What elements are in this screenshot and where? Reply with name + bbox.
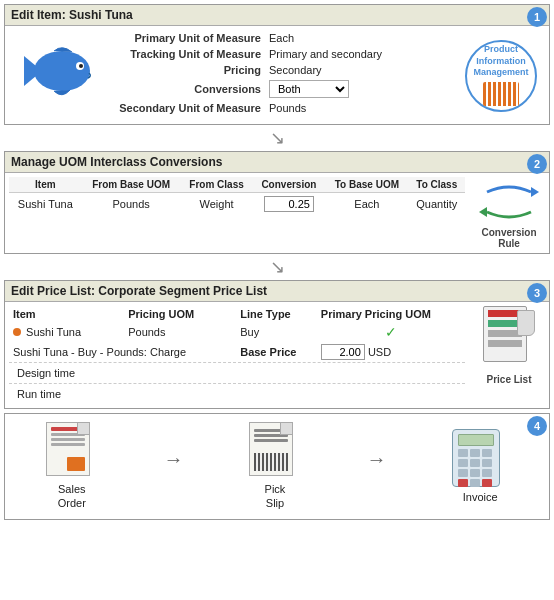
charge-label: Sushi Tuna - Buy - Pounds: Charge <box>9 342 236 362</box>
run-time-row: Run time <box>9 383 465 404</box>
svg-marker-4 <box>531 187 539 197</box>
so-line3 <box>51 438 85 441</box>
orange-dot <box>13 328 21 336</box>
row-item: Sushi Tuna <box>9 193 82 216</box>
conversions-label: Conversions <box>99 83 269 95</box>
conversion-rule-label: Conversion Rule <box>473 227 545 249</box>
pim-label-line1: Product <box>484 44 518 56</box>
price-item-name: Sushi Tuna <box>26 326 81 338</box>
price-list-tag <box>517 310 535 336</box>
section-3-number: 3 <box>527 283 547 303</box>
row-to-class: Quantity <box>409 193 465 216</box>
arrow-1-2: ↘ <box>0 129 554 147</box>
flow-arrow-1: → <box>163 448 183 471</box>
base-price-input[interactable] <box>321 344 365 360</box>
price-col-line-type: Line Type <box>236 306 317 322</box>
pim-label-line3: Management <box>473 67 528 79</box>
pick-barcode <box>254 453 288 471</box>
col-from-class: From Class <box>181 177 253 193</box>
table-row: Sushi Tuna Pounds Weight Each Quantity <box>9 193 465 216</box>
conversion-input[interactable] <box>264 196 314 212</box>
so-orange-block <box>67 457 85 471</box>
invoice-label: Invoice <box>463 491 498 503</box>
price-col-pricing-uom: Pricing UOM <box>124 306 236 322</box>
pick-slip-label: PickSlip <box>265 482 286 511</box>
section-2-number: 2 <box>527 154 547 174</box>
calc-btn-3 <box>482 449 492 457</box>
primary-uom-value: Each <box>269 32 294 44</box>
arrow-2-3: ↘ <box>0 258 554 276</box>
design-time-label: Design time <box>17 367 75 379</box>
pick-slip-icon <box>249 422 301 480</box>
price-row-uom: Pounds <box>124 322 236 342</box>
price-table-area: Item Pricing UOM Line Type Primary Prici… <box>5 302 469 408</box>
so-paper <box>46 422 90 476</box>
calc-btn-8 <box>470 469 480 477</box>
section-3-header: Edit Price List: Corporate Segment Price… <box>5 281 549 302</box>
section-4-body: SalesOrder → PickSlip → <box>5 414 549 519</box>
sales-order-label: SalesOrder <box>58 482 86 511</box>
currency-label: USD <box>368 346 391 358</box>
calc-screen <box>458 434 494 446</box>
section-1-fields: Primary Unit of Measure Each Tracking Un… <box>99 32 465 118</box>
row-from-class: Weight <box>181 193 253 216</box>
section-3-title: Edit Price List: Corporate Segment Price… <box>11 284 267 298</box>
price-list-icon-area: Price List <box>469 302 549 389</box>
pli-stripe-4 <box>488 340 522 347</box>
checkmark-icon: ✓ <box>385 324 397 340</box>
svg-marker-5 <box>479 207 487 217</box>
pick-paper <box>249 422 293 476</box>
col-conversion: Conversion <box>253 177 326 193</box>
price-row-item: Sushi Tuna <box>9 322 124 342</box>
col-from-base-uom: From Base UOM <box>82 177 181 193</box>
sales-order-item: SalesOrder <box>46 422 98 511</box>
row-to-base: Each <box>325 193 408 216</box>
pricing-label: Pricing <box>99 64 269 76</box>
pick-line3 <box>254 439 288 442</box>
svg-point-1 <box>34 51 90 91</box>
col-to-class: To Class <box>409 177 465 193</box>
row-from-base: Pounds <box>82 193 181 216</box>
row-conversion[interactable] <box>253 193 326 216</box>
calc-btn-10 <box>458 479 468 487</box>
invoice-item: Invoice <box>452 429 508 503</box>
calc-btn-11 <box>470 479 480 487</box>
section-4-number: 4 <box>527 416 547 436</box>
calc-btn-1 <box>458 449 468 457</box>
col-item: Item <box>9 177 82 193</box>
base-price-field[interactable]: USD <box>317 342 465 362</box>
run-time-label: Run time <box>17 388 61 400</box>
invoice-icon <box>452 429 508 489</box>
section-3: Edit Price List: Corporate Segment Price… <box>4 280 550 409</box>
calc-btn-2 <box>470 449 480 457</box>
uom-table: Item From Base UOM From Class Conversion… <box>9 177 465 215</box>
section-1-title: Edit Item: Sushi Tuna <box>11 8 133 22</box>
conversion-arrows-svg <box>479 177 539 227</box>
base-price-label: Base Price <box>236 342 317 362</box>
price-table: Item Pricing UOM Line Type Primary Prici… <box>9 306 465 362</box>
conversions-select[interactable]: Both From To <box>269 80 349 98</box>
primary-uom-label: Primary Unit of Measure <box>99 32 269 44</box>
conversions-row: Conversions Both From To <box>99 80 465 98</box>
calc-btn-5 <box>470 459 480 467</box>
price-col-primary: Primary Pricing UOM <box>317 306 465 322</box>
pim-badge: Product Information Management <box>465 40 537 112</box>
primary-uom-row: Primary Unit of Measure Each <box>99 32 465 44</box>
flow-arrow-2: → <box>367 448 387 471</box>
calc-btn-12 <box>482 479 492 487</box>
price-col-item: Item <box>9 306 124 322</box>
so-line4 <box>51 443 85 446</box>
design-time-row: Design time <box>9 362 465 383</box>
pim-label-line2: Information <box>476 56 526 68</box>
charge-row: Sushi Tuna - Buy - Pounds: Charge Base P… <box>9 342 465 362</box>
price-list-icon <box>483 306 535 370</box>
col-to-base-uom: To Base UOM <box>325 177 408 193</box>
calc-btn-6 <box>482 459 492 467</box>
calc-buttons <box>458 449 494 487</box>
section-2-title: Manage UOM Interclass Conversions <box>11 155 222 169</box>
calc-btn-4 <box>458 459 468 467</box>
svg-point-3 <box>79 64 83 68</box>
pick-slip-item: PickSlip <box>249 422 301 511</box>
calc-btn-9 <box>482 469 492 477</box>
tracking-uom-row: Tracking Unit of Measure Primary and sec… <box>99 48 465 60</box>
